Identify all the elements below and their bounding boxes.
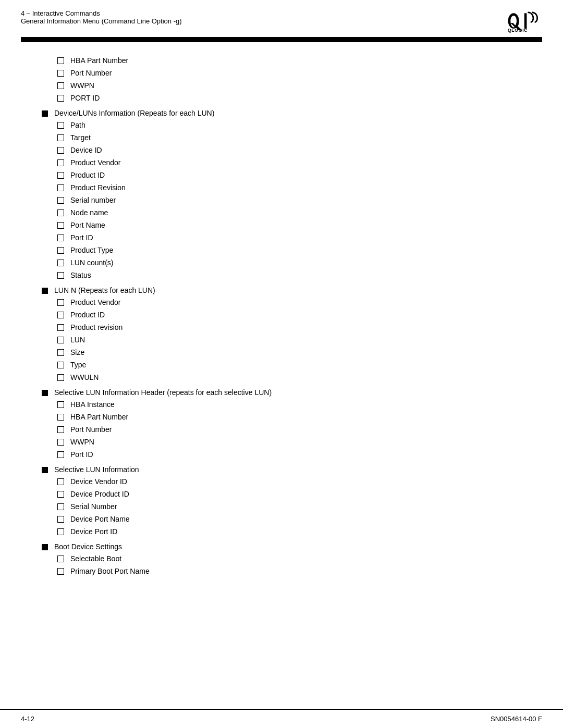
list-item: WWPN — [57, 80, 521, 91]
svg-text:QLOGIC: QLOGIC — [508, 28, 528, 33]
checkbox-icon — [57, 528, 64, 535]
checkbox-icon — [57, 172, 64, 179]
checkbox-icon — [57, 57, 64, 64]
section-label: Selective LUN Information Header (repeat… — [54, 388, 272, 397]
list-item: Size — [57, 347, 521, 358]
list-item: Serial Number — [57, 501, 521, 512]
checkbox-icon — [57, 414, 64, 421]
bullet-icon — [42, 467, 48, 473]
checkbox-icon — [57, 312, 64, 318]
list-item: Device Port ID — [57, 526, 521, 537]
sub-item-label: WWPN — [70, 81, 94, 90]
list-item: WWULN — [57, 372, 521, 383]
sub-item-label: Path — [70, 121, 85, 129]
sub-item-label: Primary Boot Port Name — [70, 567, 150, 575]
sub-item-label: Port Number — [70, 425, 112, 434]
sub-list-device-luns: Path Target Device ID Product Vendor Pro… — [57, 119, 521, 281]
checkbox-icon — [57, 426, 64, 433]
checkbox-icon — [57, 260, 64, 266]
footer-page-number: 4-12 — [21, 715, 34, 723]
sub-item-label: Product ID — [70, 311, 105, 319]
checkbox-icon — [57, 147, 64, 154]
sub-item-label: WWULN — [70, 373, 99, 381]
list-item: HBA Part Number — [57, 411, 521, 423]
bullet-icon — [42, 288, 48, 294]
checkbox-icon — [57, 324, 64, 331]
checkbox-icon — [57, 209, 64, 216]
top-divider-bar — [21, 37, 542, 42]
sub-item-label: Device Port Name — [70, 515, 130, 523]
sub-item-label: Product revision — [70, 323, 123, 331]
sub-item-label: Port ID — [70, 233, 93, 242]
header-title: 4 – Interactive Commands — [21, 9, 182, 17]
sub-item-label: Device ID — [70, 146, 102, 154]
checkbox-icon — [57, 491, 64, 498]
checkbox-icon — [57, 70, 64, 77]
checkbox-icon — [57, 235, 64, 241]
list-item: Path — [57, 119, 521, 131]
bullet-icon — [42, 390, 48, 396]
list-item: Selectable Boot — [57, 553, 521, 564]
checkbox-icon — [57, 197, 64, 204]
sub-item-label: Product ID — [70, 171, 105, 179]
list-item: Device Product ID — [57, 488, 521, 500]
list-item: Primary Boot Port Name — [57, 565, 521, 577]
sub-item-label: Serial Number — [70, 502, 117, 511]
checkbox-icon — [57, 503, 64, 510]
checkbox-icon — [57, 451, 64, 458]
list-item: HBA Instance — [57, 399, 521, 410]
sub-item-label: Device Vendor ID — [70, 477, 127, 486]
list-item: Device Vendor ID — [57, 476, 521, 487]
checkbox-icon — [57, 516, 64, 523]
sub-item-label: Port ID — [70, 450, 93, 459]
list-item: Port ID — [57, 232, 521, 243]
sub-item-label: Size — [70, 348, 84, 356]
header-left: 4 – Interactive Commands General Informa… — [21, 9, 182, 25]
list-item: Port ID — [57, 449, 521, 460]
list-item: Device ID — [57, 144, 521, 156]
checkbox-icon — [57, 159, 64, 166]
sub-item-label: Selectable Boot — [70, 554, 121, 563]
checkbox-icon — [57, 134, 64, 141]
checkbox-icon — [57, 222, 64, 229]
list-item: Port Number — [57, 67, 521, 79]
list-item: Product revision — [57, 322, 521, 333]
sub-item-label: Product Revision — [70, 183, 126, 192]
sub-item-label: Node name — [70, 208, 108, 217]
list-item: Port Name — [57, 219, 521, 231]
list-item: LUN — [57, 334, 521, 346]
checkbox-icon — [57, 401, 64, 408]
sub-list-hba-info: HBA Part Number Port Number WWPN PORT ID — [57, 55, 521, 104]
sub-item-label: HBA Part Number — [70, 56, 128, 65]
sub-item-label: Port Name — [70, 221, 105, 229]
checkbox-icon — [57, 337, 64, 343]
list-item: Serial number — [57, 194, 521, 206]
list-item: Product ID — [57, 309, 521, 320]
sub-item-label: Device Product ID — [70, 490, 129, 498]
sub-list-lun-n: Product Vendor Product ID Product revisi… — [57, 297, 521, 383]
sub-item-label: Serial number — [70, 196, 116, 204]
section-label: Boot Device Settings — [54, 542, 122, 551]
list-item: HBA Part Number — [57, 55, 521, 66]
checkbox-icon — [57, 82, 64, 89]
sub-item-label: Status — [70, 271, 91, 279]
section-label: Device/LUNs Information (Repeats for eac… — [54, 109, 214, 117]
sub-item-label: WWPN — [70, 438, 94, 446]
list-item: Target — [57, 132, 521, 143]
footer-document-id: SN0054614-00 F — [491, 715, 542, 723]
sub-item-label: HBA Instance — [70, 400, 115, 409]
header-subtitle: General Information Menu (Command Line O… — [21, 17, 182, 25]
bullet-icon — [42, 544, 48, 550]
checkbox-icon — [57, 478, 64, 485]
sub-item-label: Product Type — [70, 246, 113, 254]
logo-container: QLOGIC — [506, 9, 542, 33]
checkbox-icon — [57, 439, 64, 446]
list-item: WWPN — [57, 436, 521, 448]
sub-list-selective-lun-info: Device Vendor ID Device Product ID Seria… — [57, 476, 521, 537]
sub-item-label: Type — [70, 361, 86, 369]
sub-item-label: Port Number — [70, 69, 112, 77]
sub-item-label: HBA Part Number — [70, 413, 128, 421]
section-selective-lun-info: Selective LUN Information Device Vendor … — [42, 465, 521, 537]
sub-item-label: Product Vendor — [70, 298, 121, 306]
list-item: PORT ID — [57, 92, 521, 104]
